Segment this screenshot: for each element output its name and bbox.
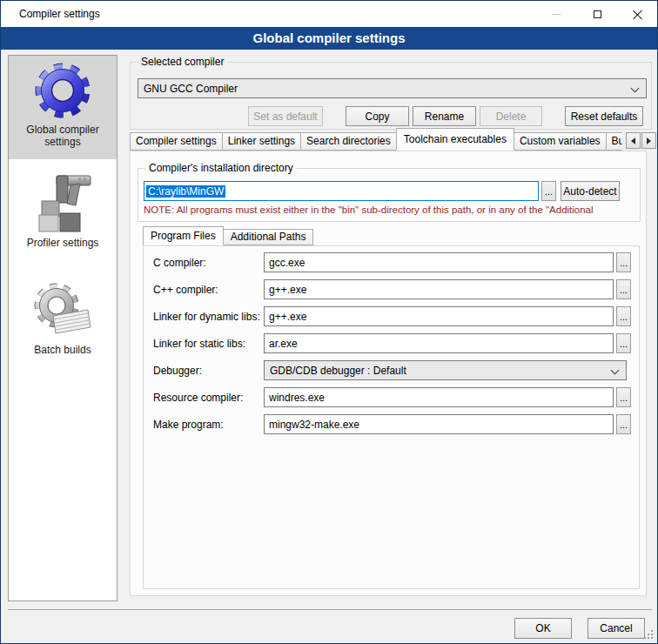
chevron-down-icon	[611, 366, 620, 375]
settings-tab-bar: Compiler settings Linker settings Search…	[130, 128, 622, 151]
auto-detect-button[interactable]: Auto-detect	[561, 181, 620, 201]
tab-program-files[interactable]: Program Files	[143, 226, 224, 245]
program-files-panel: C compiler: ... C++ compiler: ... Linker…	[143, 245, 640, 589]
static-linker-browse-button[interactable]: ...	[616, 333, 631, 353]
footer-divider	[8, 609, 652, 610]
tab-scroll-left-button[interactable]	[626, 132, 641, 149]
group-label: Selected compiler	[138, 56, 227, 68]
form-row-resource-compiler: Resource compiler: ...	[144, 387, 641, 407]
compiler-select[interactable]: GNU GCC Compiler	[138, 78, 647, 98]
tab-build-options[interactable]: Build options	[606, 132, 622, 151]
cpp-compiler-browse-button[interactable]: ...	[616, 279, 631, 299]
close-icon	[633, 10, 642, 19]
field-label: Linker for dynamic libs:	[153, 311, 260, 323]
arrow-left-icon	[631, 138, 635, 144]
ok-button[interactable]: OK	[514, 618, 572, 639]
sidebar-item-profiler-settings[interactable]: Profiler settings	[9, 169, 117, 256]
toolchain-executables-page: Compiler's installation directory C:\ray…	[130, 151, 647, 596]
make-program-browse-button[interactable]: ...	[616, 414, 631, 434]
sidebar-item-batch-builds[interactable]: Batch builds	[9, 276, 117, 363]
field-label: Make program:	[153, 419, 224, 431]
form-row-dynamic-linker: Linker for dynamic libs: ...	[144, 306, 641, 326]
reset-defaults-button[interactable]: Reset defaults	[565, 106, 643, 126]
debugger-select-value: GDB/CDB debugger : Default	[270, 365, 406, 377]
install-dir-selected-text: C:\raylib\MinGW	[146, 185, 225, 198]
form-row-cpp-compiler: C++ compiler: ...	[144, 279, 641, 299]
resource-compiler-input[interactable]	[264, 387, 614, 407]
arrow-right-icon	[647, 138, 651, 144]
tab-search-directories[interactable]: Search directories	[300, 132, 397, 151]
compiler-select-value: GNU GCC Compiler	[144, 83, 238, 95]
dynamic-linker-input[interactable]	[264, 306, 614, 326]
tab-compiler-settings[interactable]: Compiler settings	[130, 132, 223, 151]
resize-grip[interactable]	[651, 637, 653, 639]
c-compiler-browse-button[interactable]: ...	[616, 252, 631, 272]
set-as-default-button: Set as default	[248, 106, 323, 126]
debugger-select[interactable]: GDB/CDB debugger : Default	[264, 360, 627, 380]
install-dir-browse-button[interactable]: ...	[541, 181, 556, 201]
tab-scroll-right-button[interactable]	[641, 132, 656, 149]
caliper-icon	[30, 172, 95, 235]
cpp-compiler-input[interactable]	[264, 279, 614, 299]
gear-stack-icon	[30, 279, 95, 342]
tab-custom-variables[interactable]: Custom variables	[514, 132, 607, 151]
sidebar-item-label: Global compiler settings	[9, 122, 117, 148]
delete-button: Delete	[480, 106, 542, 126]
install-dir-input[interactable]: C:\raylib\MinGW	[144, 181, 539, 201]
group-label: Compiler's installation directory	[145, 162, 297, 174]
compiler-settings-dialog: Compiler settings Global compiler settin…	[0, 0, 658, 644]
tab-linker-settings[interactable]: Linker settings	[222, 132, 301, 151]
c-compiler-input[interactable]	[264, 252, 614, 272]
make-program-input[interactable]	[264, 414, 614, 434]
form-row-debugger: Debugger: GDB/CDB debugger : Default	[144, 360, 641, 380]
page-title: Global compiler settings	[1, 27, 657, 50]
maximize-icon	[594, 10, 601, 18]
selected-compiler-group: Selected compiler GNU GCC Compiler Set a…	[130, 62, 652, 130]
install-dir-note: NOTE: All programs must exist either in …	[144, 205, 638, 215]
maximize-button[interactable]	[577, 1, 617, 27]
field-label: C++ compiler:	[153, 284, 218, 296]
resource-compiler-browse-button[interactable]: ...	[616, 387, 631, 407]
window-title: Compiler settings	[19, 1, 100, 27]
rename-button[interactable]: Rename	[413, 106, 476, 126]
tab-toolchain-executables[interactable]: Toolchain executables	[396, 128, 514, 151]
form-row-c-compiler: C compiler: ...	[144, 252, 641, 272]
field-label: C compiler:	[153, 257, 206, 269]
program-files-tab-bar: Program Files Additional Paths	[143, 226, 312, 245]
form-row-static-linker: Linker for static libs: ...	[144, 333, 641, 353]
form-row-make-program: Make program: ...	[144, 414, 641, 434]
sidebar-item-global-compiler-settings[interactable]: Global compiler settings	[9, 56, 117, 159]
chevron-down-icon	[631, 84, 640, 93]
sidebar-item-label: Batch builds	[9, 342, 117, 356]
field-label: Linker for static libs:	[153, 338, 245, 350]
field-label: Resource compiler:	[153, 392, 243, 404]
minimize-icon	[553, 14, 561, 15]
sidebar-item-label: Profiler settings	[9, 235, 117, 249]
close-button[interactable]	[617, 1, 657, 27]
field-label: Debugger:	[153, 365, 202, 377]
cancel-button[interactable]: Cancel	[588, 618, 645, 639]
copy-button[interactable]: Copy	[346, 106, 409, 126]
settings-sidebar: Global compiler settings Profiler settin…	[8, 55, 118, 601]
tab-additional-paths[interactable]: Additional Paths	[223, 229, 314, 245]
dynamic-linker-browse-button[interactable]: ...	[616, 306, 631, 326]
blue-gear-icon	[30, 59, 95, 122]
minimize-button[interactable]	[537, 1, 577, 27]
static-linker-input[interactable]	[264, 333, 614, 353]
